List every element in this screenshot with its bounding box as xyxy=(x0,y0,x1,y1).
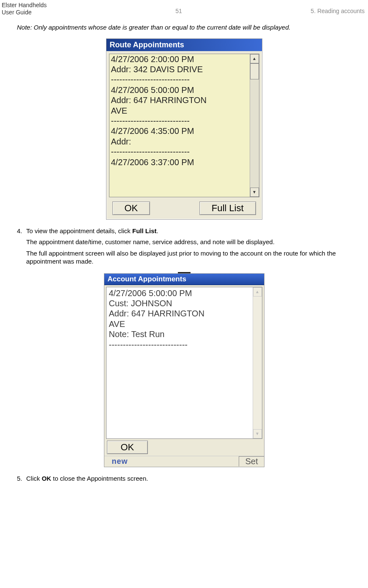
step-5-line1: Click OK to close the Appointments scree… xyxy=(26,475,351,483)
note-text: Only appointments whose date is greater … xyxy=(34,24,291,31)
scroll-up-icon-2[interactable]: ▲ xyxy=(253,287,262,297)
step-5-text-c: to close the Appointments screen. xyxy=(51,475,148,482)
account-list-content: 4/27/2006 5:00:00 PM Cust: JOHNSON Addr:… xyxy=(106,287,253,438)
ok-button-2[interactable]: OK xyxy=(107,441,148,454)
route-appointments-window: Route Appointments 4/27/2006 2:00:00 PM … xyxy=(106,38,262,220)
chapter-title: 5. Reading accounts xyxy=(311,2,365,14)
note-block: Note: Only appointments whose date is gr… xyxy=(17,24,351,31)
partial-new-text: new xyxy=(112,457,128,466)
partial-set-button: Set xyxy=(239,456,264,466)
step-4-line1: To view the appointment details, click F… xyxy=(26,227,351,235)
scroll-down-icon-2[interactable]: ▼ xyxy=(253,429,262,438)
vertical-scrollbar-2[interactable]: ▲ ▼ xyxy=(253,287,262,438)
ok-button[interactable]: OK xyxy=(112,201,150,215)
ok-bold: OK xyxy=(42,475,52,482)
vertical-scrollbar[interactable]: ▲ ▼ xyxy=(250,54,259,197)
scroll-track[interactable] xyxy=(250,63,259,188)
account-appointments-window: Account Appointments 4/27/2006 5:00:00 P… xyxy=(104,273,264,467)
header-left: Elster Handhelds User Guide xyxy=(2,2,47,16)
step-4-para3: The full appointment screen will also be… xyxy=(26,250,351,266)
page-number: 51 xyxy=(175,2,182,14)
scroll-track-2[interactable] xyxy=(253,297,262,429)
button-row: OK Full List xyxy=(106,200,262,219)
step-5-number: 5. xyxy=(17,475,26,486)
bottom-row-2: OK xyxy=(104,441,264,456)
step-5-text-a: Click xyxy=(26,475,42,482)
account-listbox[interactable]: 4/27/2006 5:00:00 PM Cust: JOHNSON Addr:… xyxy=(106,287,262,439)
screenshot-1-wrap: Route Appointments 4/27/2006 2:00:00 PM … xyxy=(17,38,351,220)
step-4: 4. To view the appointment details, clic… xyxy=(17,227,351,269)
appointments-list-content: 4/27/2006 2:00:00 PM Addr: 342 DAVIS DRI… xyxy=(109,54,250,197)
note-label: Note: xyxy=(17,24,32,31)
partial-row: new Set xyxy=(104,456,264,467)
appointments-listbox[interactable]: 4/27/2006 2:00:00 PM Addr: 342 DAVIS DRI… xyxy=(109,54,259,197)
doc-title-2: User Guide xyxy=(2,9,47,16)
scroll-down-icon[interactable]: ▼ xyxy=(250,188,259,197)
step-5-body: Click OK to close the Appointments scree… xyxy=(26,475,351,486)
window-titlebar-2: Account Appointments xyxy=(104,274,264,285)
step-4-number: 4. xyxy=(17,227,26,269)
window-titlebar: Route Appointments xyxy=(106,39,262,51)
step-4-text-a: To view the appointment details, click xyxy=(26,227,132,234)
scroll-thumb[interactable] xyxy=(250,63,259,79)
screenshot-2-wrap: Account Appointments 4/27/2006 5:00:00 P… xyxy=(17,273,351,467)
page-content: Note: Only appointments whose date is gr… xyxy=(0,16,368,494)
doc-title-1: Elster Handhelds xyxy=(2,2,47,9)
step-5: 5. Click OK to close the Appointments sc… xyxy=(17,475,351,486)
page-header: Elster Handhelds User Guide 51 5. Readin… xyxy=(0,0,368,16)
step-4-text-c: . xyxy=(156,227,158,234)
step-4-body: To view the appointment details, click F… xyxy=(26,227,351,269)
scroll-up-icon[interactable]: ▲ xyxy=(250,54,259,63)
full-list-button[interactable]: Full List xyxy=(199,201,256,215)
step-4-para2: The appointment date/time, customer name… xyxy=(26,238,351,246)
full-list-bold: Full List xyxy=(132,227,157,234)
